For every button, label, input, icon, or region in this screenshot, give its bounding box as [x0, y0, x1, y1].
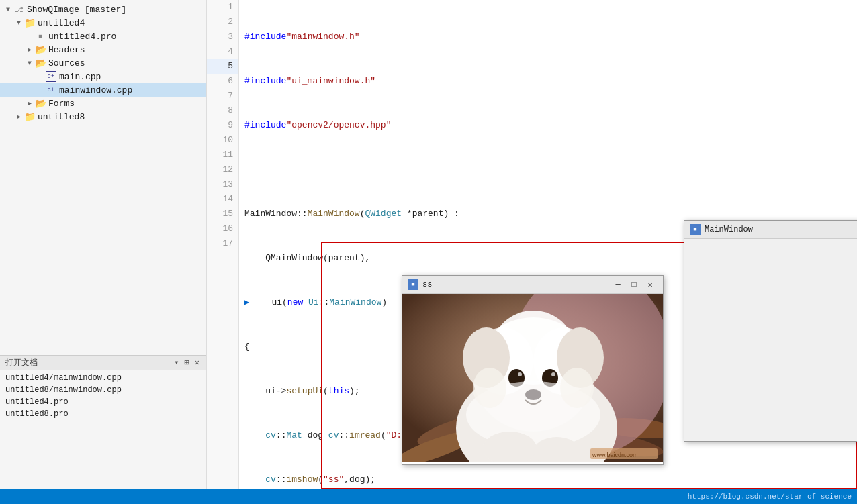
ss-window: ■ ss ─ □ ✕ [402, 275, 664, 465]
svg-point-22 [473, 368, 506, 408]
folder-open-icon: 📁 [24, 17, 35, 28]
main-layout: ▼ ⎇ ShowQImage [master] ▼ 📁 untitled4 ▶ … [0, 0, 857, 489]
doc-item[interactable]: untitled4.pro [0, 396, 206, 408]
line-num: 4 [207, 44, 238, 59]
line-num-active: 5 [207, 59, 238, 74]
sidebar-item-label: ShowQImage [master] [27, 5, 126, 15]
panel-add-btn[interactable]: ⊞ [183, 358, 191, 368]
minimize-button[interactable]: ─ [611, 279, 625, 291]
sidebar-item-sources[interactable]: ▼ 📂 Sources [0, 56, 206, 70]
sidebar-item-label: Sources [48, 58, 85, 68]
sidebar-item-untitled8[interactable]: ▶ 📁 untitled8 [0, 110, 206, 123]
panel-dropdown-btn[interactable]: ▾ [173, 358, 180, 368]
ss-window-titlebar: ■ ss ─ □ ✕ [402, 276, 663, 294]
sidebar-item-showqimage[interactable]: ▼ ⎇ ShowQImage [master] [0, 3, 206, 16]
ss-window-body: www.baicdn.com [402, 294, 663, 464]
cpp-file-icon: c+ [46, 71, 56, 82]
code-line-4 [244, 162, 852, 177]
line-num: 8 [207, 103, 238, 118]
sidebar-item-headers[interactable]: ▶ 📂 Headers [0, 43, 206, 56]
git-icon: ⎇ [13, 4, 24, 15]
line-num: 13 [207, 177, 238, 192]
chevron-down-icon: ▼ [13, 17, 24, 28]
line-num: 9 [207, 118, 238, 133]
status-bar: https://blog.csdn.net/star_of_science [0, 489, 857, 504]
code-line-11: cv::imshow("ss",dog); [244, 472, 852, 487]
sidebar-item-label: untitled4.pro [48, 32, 116, 42]
open-docs-list: untitled4/mainwindow.cpp untitled8/mainw… [0, 370, 206, 489]
panel-close-btn[interactable]: ✕ [193, 358, 201, 368]
line-numbers: 1 2 3 4 5 6 7 8 9 10 11 12 13 14 15 16 1… [207, 0, 239, 489]
code-line-1: #include "mainwindow.h" [244, 30, 852, 44]
folder-icon: 📁 [24, 111, 35, 122]
svg-point-17 [551, 372, 555, 376]
open-docs-title: 打开文档 [5, 357, 173, 368]
ss-window-icon: ■ [408, 279, 418, 290]
sidebar-item-forms[interactable]: ▶ 📂 Forms [0, 97, 206, 110]
chevron-right-icon: ▶ [24, 98, 35, 109]
line-num: 3 [207, 30, 238, 44]
sidebar-item-label: untitled8 [38, 112, 85, 122]
main-window-icon: ■ [690, 224, 701, 235]
sidebar-item-maincpp[interactable]: ▶ c+ main.cpp [0, 70, 206, 83]
line-num: 2 [207, 15, 238, 30]
sidebar: ▼ ⎇ ShowQImage [master] ▼ 📁 untitled4 ▶ … [0, 0, 207, 489]
folder-icon: 📂 [35, 44, 46, 55]
code-line-3: #include "opencv2/opencv.hpp" [244, 118, 852, 133]
ss-window-controls: ─ □ ✕ [611, 279, 658, 291]
svg-text:www.baicdn.com: www.baicdn.com [592, 452, 638, 458]
main-window-body: ⠿ [684, 239, 857, 437]
line-num: 12 [207, 162, 238, 177]
line-num: 17 [207, 236, 238, 251]
main-window-title: MainWindow [705, 225, 857, 234]
open-docs-panel: 打开文档 ▾ ⊞ ✕ untitled4/mainwindow.cpp unti… [0, 355, 206, 489]
line-num: 10 [207, 133, 238, 148]
maximize-button[interactable]: □ [627, 279, 641, 291]
line-num: 6 [207, 74, 238, 89]
status-url: https://blog.csdn.net/star_of_science [688, 493, 852, 501]
sidebar-item-label: Headers [48, 45, 85, 55]
chevron-down-icon: ▼ [24, 58, 35, 68]
code-line-5: MainWindow::MainWindow(QWidget *parent) … [244, 207, 852, 221]
sidebar-item-mainwindowcpp[interactable]: ▶ c+ mainwindow.cpp [0, 83, 206, 97]
folder-open-icon: 📂 [35, 58, 46, 68]
panel-actions: ▾ ⊞ ✕ [173, 358, 201, 368]
main-window-titlebar: ■ MainWindow ─ □ ✕ [684, 221, 857, 239]
line-num: 1 [207, 0, 238, 15]
sidebar-item-label: main.cpp [59, 72, 101, 82]
line-num: 7 [207, 89, 238, 103]
pro-file-icon: ■ [35, 31, 46, 42]
main-window: ■ MainWindow ─ □ ✕ ⠿ [684, 220, 857, 442]
svg-point-23 [560, 368, 594, 408]
line-num: 15 [207, 207, 238, 221]
line-num: 14 [207, 192, 238, 207]
svg-point-16 [518, 372, 522, 376]
sidebar-tree: ▼ ⎇ ShowQImage [master] ▼ 📁 untitled4 ▶ … [0, 0, 206, 355]
code-line-2: #include "ui_mainwindow.h" [244, 74, 852, 89]
cpp-file-icon: c+ [46, 85, 56, 95]
chevron-right-icon: ▶ [13, 111, 24, 122]
chevron-down-icon: ▼ [3, 4, 13, 15]
editor-area: 1 2 3 4 5 6 7 8 9 10 11 12 13 14 15 16 1… [207, 0, 857, 489]
doc-item[interactable]: untitled8.pro [0, 408, 206, 420]
sidebar-item-label: untitled4 [38, 18, 85, 28]
dog-image: www.baicdn.com [402, 294, 663, 462]
close-button[interactable]: ✕ [643, 279, 658, 291]
sidebar-item-label: mainwindow.cpp [59, 85, 132, 95]
sidebar-item-label: Forms [48, 99, 75, 109]
doc-item[interactable]: untitled4/mainwindow.cpp [0, 372, 206, 384]
line-num: 11 [207, 148, 238, 162]
ss-window-title: ss [422, 280, 611, 289]
chevron-right-icon: ▶ [24, 44, 35, 55]
doc-item[interactable]: untitled8/mainwindow.cpp [0, 384, 206, 396]
line-num: 16 [207, 221, 238, 236]
sidebar-item-untitled4[interactable]: ▼ 📁 untitled4 [0, 16, 206, 30]
folder-icon: 📂 [35, 98, 46, 109]
open-docs-header: 打开文档 ▾ ⊞ ✕ [0, 356, 206, 370]
sidebar-item-untitled4pro[interactable]: ▶ ■ untitled4.pro [0, 30, 206, 43]
